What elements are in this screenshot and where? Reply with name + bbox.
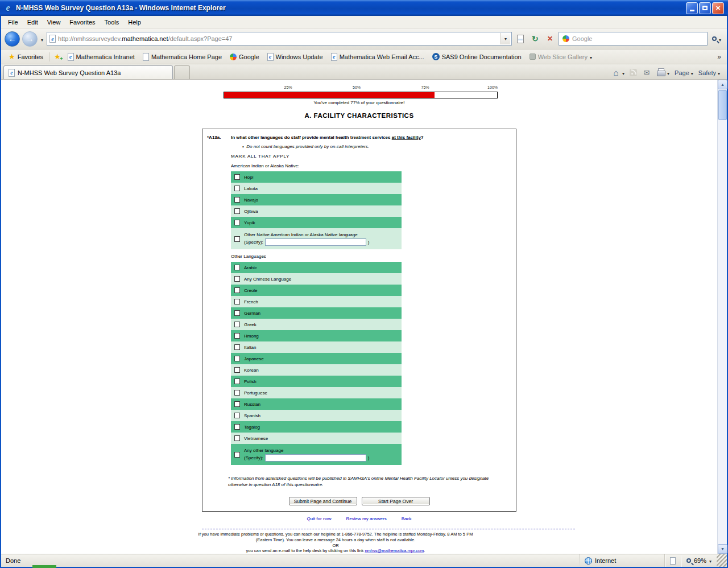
favorites-item-windows-update[interactable]: Windows Update <box>263 52 327 62</box>
refresh-button[interactable] <box>529 32 541 45</box>
specify-label: (Specify): <box>244 455 263 460</box>
checkbox-french[interactable] <box>234 299 240 304</box>
checkbox-navajo[interactable] <box>234 197 240 203</box>
checkbox-any-chinese-language[interactable] <box>234 276 240 282</box>
checkbox-korean[interactable] <box>234 367 240 373</box>
checkbox-ojibwa[interactable] <box>234 208 240 214</box>
address-dropdown[interactable] <box>500 33 510 44</box>
checkbox-hmong[interactable] <box>234 333 240 339</box>
progress-tick: 100% <box>487 85 498 89</box>
scrollbar-thumb[interactable] <box>718 90 727 120</box>
checkbox-yupik[interactable] <box>234 220 240 225</box>
checkbox-japanese[interactable] <box>234 356 240 361</box>
favorites-item-mathematica-home-page[interactable]: Mathematica Home Page <box>139 52 226 62</box>
checkbox-polish[interactable] <box>234 378 240 384</box>
search-box[interactable]: Google <box>559 32 708 46</box>
favorites-item-google[interactable]: Google <box>226 52 263 61</box>
stop-button[interactable] <box>544 32 556 45</box>
checkbox-greek[interactable] <box>234 322 240 327</box>
favorites-item-mathematica-intranet[interactable]: Mathematica Intranet <box>64 52 139 62</box>
submit-page-button[interactable]: Submit Page and Continue <box>289 497 357 505</box>
title-bar: N-MHSS Web Survey Question A13a - Window… <box>0 0 728 16</box>
checkbox-hopi[interactable] <box>234 174 240 180</box>
progress-fill <box>224 92 435 98</box>
checkbox-portuguese[interactable] <box>234 390 240 396</box>
chevron-down-icon <box>667 69 669 76</box>
checkbox-italian[interactable] <box>234 344 240 350</box>
favorites-items: Mathematica IntranetMathematica Home Pag… <box>64 52 715 62</box>
resize-grip[interactable] <box>717 554 727 567</box>
close-button[interactable] <box>712 2 724 14</box>
window-title: N-MHSS Web Survey Question A13a - Window… <box>16 4 226 12</box>
question-note: Do not count languages provided only by … <box>242 144 516 149</box>
scroll-down-button[interactable] <box>718 544 727 554</box>
review-my-answers-link[interactable]: Review my answers <box>346 516 387 521</box>
compatibility-view-button[interactable] <box>514 32 527 45</box>
question-header: *A13a. In what other languages do staff … <box>202 129 516 141</box>
specify-input-group2[interactable] <box>265 454 366 462</box>
quit-for-now-link[interactable]: Quit for now <box>307 516 331 521</box>
status-gadget[interactable] <box>664 554 681 567</box>
zoom-control[interactable]: 69% <box>681 554 717 567</box>
checkbox-spanish[interactable] <box>234 413 240 418</box>
add-to-favorites-bar-button[interactable]: + <box>51 52 64 61</box>
favorites-overflow-chevron[interactable] <box>715 53 723 61</box>
language-row-russian: Russian <box>231 398 402 410</box>
specify-input-group1[interactable] <box>265 238 366 246</box>
minimize-button[interactable] <box>686 2 698 14</box>
search-button[interactable] <box>710 34 723 44</box>
other-language-label: Other Native American Indian or Alaska N… <box>244 232 369 237</box>
chevron-down-icon <box>590 53 592 60</box>
feeds-button[interactable] <box>630 69 637 76</box>
maximize-button[interactable] <box>699 2 711 14</box>
menu-help[interactable]: Help <box>123 17 146 27</box>
menu-view[interactable]: View <box>43 17 65 27</box>
menu-favorites[interactable]: Favorites <box>65 17 100 27</box>
footnote: * Information from asterisked questions … <box>228 475 501 488</box>
recent-pages-dropdown[interactable] <box>40 34 44 44</box>
help-email-prefix: you can send an e-mail to the help desk … <box>246 548 365 553</box>
menu-edit[interactable]: Edit <box>23 17 43 27</box>
back-link[interactable]: Back <box>402 516 412 521</box>
checkbox-other-native-american-indian-or-alaska-native-language[interactable] <box>234 236 240 242</box>
favorites-item-label: Windows Update <box>276 53 323 60</box>
checkbox-russian[interactable] <box>234 401 240 407</box>
scroll-up-button[interactable] <box>718 80 727 89</box>
checkbox-tagalog[interactable] <box>234 424 240 430</box>
checkbox-vietnamese[interactable] <box>234 435 240 441</box>
checkbox-lakota[interactable] <box>234 186 240 191</box>
help-text: If you have immediate problems or questi… <box>202 532 469 554</box>
checkbox-arabic[interactable] <box>234 265 240 270</box>
help-email-link[interactable]: nmhss@mathematica-mpr.com <box>365 548 424 553</box>
checkbox-german[interactable] <box>234 310 240 316</box>
favorites-button[interactable]: Favorites <box>5 52 47 61</box>
read-mail-button[interactable] <box>642 68 651 77</box>
language-row-arabic: Arabic <box>231 262 402 273</box>
favorites-item-web-slice-gallery[interactable]: Web Slice Gallery <box>526 52 596 61</box>
print-button[interactable] <box>656 68 669 77</box>
footer-links: Quit for nowReview my answersBack <box>1 516 717 521</box>
favorites-item-label: Mathematica Web Email Acc... <box>340 53 424 60</box>
page-menu-button[interactable]: Page <box>675 69 693 76</box>
favorites-item-sas9-online-documentation[interactable]: SAS9 Online Documentation <box>428 52 526 61</box>
home-button[interactable] <box>611 68 624 77</box>
new-tab-button[interactable] <box>174 65 190 79</box>
start-page-over-button[interactable]: Start Page Over <box>362 497 430 505</box>
specify-suffix: ) <box>368 240 370 245</box>
menu-file[interactable]: File <box>3 17 23 27</box>
address-bar[interactable]: http://nmhsssurveydev.mathematica.net/de… <box>47 32 512 46</box>
favorites-item-mathematica-web-email-acc[interactable]: Mathematica Web Email Acc... <box>327 52 428 62</box>
back-button[interactable] <box>5 31 20 47</box>
menu-tools[interactable]: Tools <box>100 17 124 27</box>
navigation-bar: http://nmhsssurveydev.mathematica.net/de… <box>1 28 727 50</box>
checkbox-label: Japanese <box>244 356 264 361</box>
tab-active[interactable]: N-MHSS Web Survey Question A13a <box>3 65 173 79</box>
checkbox-any-other-language[interactable] <box>234 452 240 458</box>
checkbox-creole[interactable] <box>234 287 240 293</box>
form-buttons: Submit Page and Continue Start Page Over <box>202 497 516 505</box>
mark-all-instruction: MARK ALL THAT APPLY <box>231 154 516 159</box>
forward-button[interactable] <box>22 31 38 47</box>
safety-menu-button[interactable]: Safety <box>698 69 720 76</box>
vertical-scrollbar[interactable] <box>717 80 727 554</box>
search-icon <box>712 36 717 41</box>
